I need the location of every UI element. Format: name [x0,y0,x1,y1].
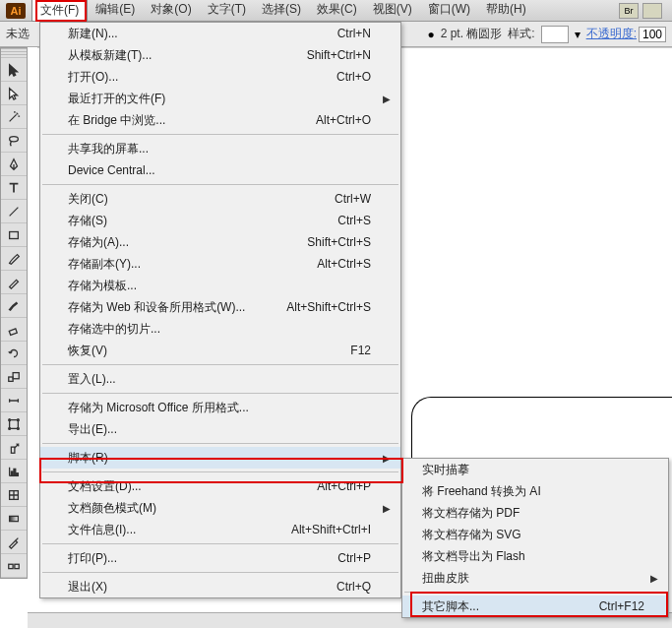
stroke-label[interactable]: 2 pt. 椭圆形 [441,26,503,42]
selection-tool[interactable] [1,58,27,82]
menu-窗口w[interactable]: 窗口(W) [420,0,478,22]
menu-帮助h[interactable]: 帮助(H) [478,0,534,22]
bridge-chip[interactable]: Br [619,3,639,19]
menu-item-label: 置入(L)... [68,371,116,388]
free-transform-tool[interactable] [1,412,27,436]
width-tool[interactable] [1,389,27,412]
menu-item[interactable]: 从模板新建(T)...Shift+Ctrl+N [40,44,400,66]
menu-shortcut: F12 [350,344,371,357]
submenu-item[interactable]: 其它脚本...Ctrl+F12 [402,596,668,617]
submenu-item-label: 将文档存储为 PDF [422,505,519,522]
blend-tool[interactable] [1,554,27,578]
submenu-item[interactable]: 实时描摹 [402,459,668,480]
menu-item[interactable]: 存储为模板... [40,275,400,296]
svg-rect-17 [15,564,19,568]
menu-shortcut: Shift+Ctrl+S [307,235,371,249]
menu-separator [404,592,666,593]
menu-item[interactable]: 存储为 Microsoft Office 所用格式... [40,397,400,418]
menu-item[interactable]: 新建(N)...Ctrl+N [40,23,400,44]
menu-item[interactable]: 共享我的屏幕... [40,138,400,159]
menu-item[interactable]: 脚本(R)▶ [40,447,400,469]
menu-item[interactable]: 最近打开的文件(F)▶ [40,88,400,109]
svg-rect-15 [10,516,19,521]
svg-point-7 [18,418,20,420]
menu-shortcut: Ctrl+N [337,27,371,40]
submenu-item[interactable]: 将文档存储为 PDF [402,502,668,524]
submenu-item[interactable]: 将 Freehand 转换为 AI [402,480,668,502]
magic-wand-tool[interactable] [1,105,27,129]
svg-rect-16 [9,564,13,568]
menu-item[interactable]: 文档设置(D)...Alt+Ctrl+P [40,475,400,497]
menu-item[interactable]: 存储副本(Y)...Alt+Ctrl+S [40,253,400,275]
menu-item[interactable]: 在 Bridge 中浏览...Alt+Ctrl+O [40,109,400,131]
submenu-item-label: 扭曲皮肤 [422,570,469,587]
menu-separator [42,184,398,185]
menu-item[interactable]: 置入(L)... [40,368,400,390]
menu-item[interactable]: 退出(X)Ctrl+Q [40,576,400,597]
rotate-tool[interactable] [1,342,27,365]
menu-shortcut: Ctrl+W [335,192,371,206]
menu-item[interactable]: 打开(O)...Ctrl+O [40,66,400,88]
menu-item-label: 打开(O)... [68,69,118,86]
eraser-tool[interactable] [1,318,27,342]
line-tool[interactable] [1,200,27,223]
lasso-tool[interactable] [1,129,27,153]
toolbox-grip[interactable] [1,48,27,58]
menu-item[interactable]: 打印(P)...Ctrl+P [40,547,400,569]
file-menu-dropdown: 新建(N)...Ctrl+N从模板新建(T)...Shift+Ctrl+N打开(… [39,22,401,598]
menu-效果c[interactable]: 效果(C) [309,0,365,22]
pencil-tool[interactable] [1,271,27,294]
toolbox [0,47,28,579]
opacity-field[interactable]: 100 [639,27,666,42]
menubar: Ai 文件(F)编辑(E)对象(O)文字(T)选择(S)效果(C)视图(V)窗口… [0,0,672,22]
menu-item[interactable]: 关闭(C)Ctrl+W [40,188,400,210]
menu-item-label: 最近打开的文件(F) [68,91,165,107]
symbol-sprayer-tool[interactable] [1,436,27,460]
menu-item[interactable]: 存储为 Web 和设备所用格式(W)...Alt+Shift+Ctrl+S [40,296,400,318]
menu-item[interactable]: Device Central... [40,159,400,181]
menu-item[interactable]: 存储(S)Ctrl+S [40,210,400,231]
paintbrush-tool[interactable] [1,247,27,271]
menu-item[interactable]: 文档颜色模式(M)▶ [40,497,400,519]
submenu-item[interactable]: 将文档导出为 Flash [402,545,668,567]
eyedropper-tool[interactable] [1,531,27,554]
menu-编辑e[interactable]: 编辑(E) [88,0,143,22]
graph-tool[interactable] [1,460,27,483]
arrange-chip[interactable] [642,3,662,19]
menu-item[interactable]: 导出(E)... [40,418,400,440]
menu-shortcut: Alt+Ctrl+S [317,257,371,271]
menu-item[interactable]: 恢复(V)F12 [40,340,400,361]
menu-shortcut: Alt+Ctrl+O [316,113,371,127]
type-tool[interactable] [1,176,27,200]
submenu-item[interactable]: 将文档存储为 SVG [402,524,668,545]
submenu-arrow-icon: ▶ [383,94,391,104]
menu-separator [42,572,398,573]
submenu-item-label: 将 Freehand 转换为 AI [422,483,541,500]
menu-选择s[interactable]: 选择(S) [254,0,309,22]
menu-item-label: 存储为模板... [68,278,137,294]
svg-rect-13 [17,472,19,475]
submenu-item[interactable]: 扭曲皮肤▶ [402,567,668,589]
direct-selection-tool[interactable] [1,82,27,105]
style-swatch[interactable] [541,26,569,43]
blob-brush-tool[interactable] [1,294,27,318]
menu-item[interactable]: 文件信息(I)...Alt+Shift+Ctrl+I [40,519,400,540]
mesh-tool[interactable] [1,483,27,507]
menu-文件f[interactable]: 文件(F) [31,0,88,22]
menu-item-label: 文件信息(I)... [68,522,136,538]
style-dropdown-icon[interactable]: ▾ [575,28,580,41]
menu-item[interactable]: 存储为(A)...Shift+Ctrl+S [40,231,400,253]
submenu-item-label: 实时描摹 [422,462,469,478]
gradient-tool[interactable] [1,507,27,531]
submenu-arrow-icon: ▶ [383,503,391,514]
scale-tool[interactable] [1,365,27,389]
menu-item-label: 存储选中的切片... [68,321,160,338]
menu-对象o[interactable]: 对象(O) [143,0,199,22]
menu-shortcut: Alt+Shift+Ctrl+S [286,300,371,314]
opacity-label[interactable]: 不透明度: [586,26,637,42]
rectangle-tool[interactable] [1,223,27,247]
pen-tool[interactable] [1,153,27,176]
menu-item[interactable]: 存储选中的切片... [40,318,400,340]
menu-视图v[interactable]: 视图(V) [365,0,420,22]
menu-文字t[interactable]: 文字(T) [200,0,254,22]
